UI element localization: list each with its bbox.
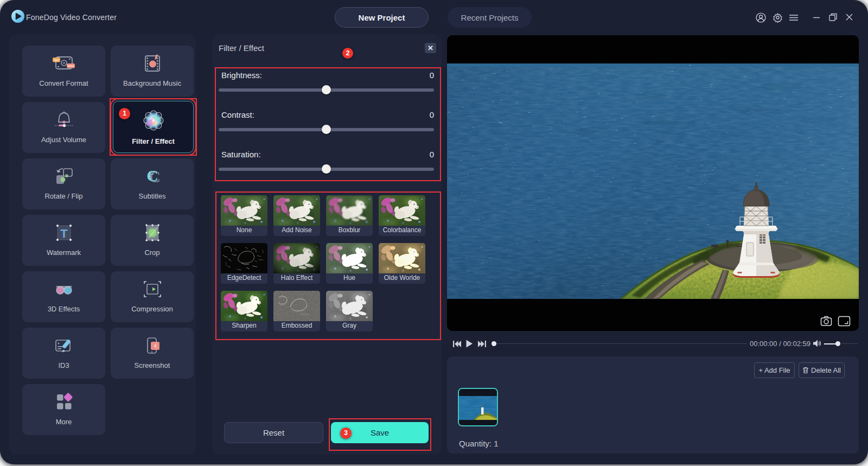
svg-text:AVI: AVI	[54, 59, 59, 62]
svg-text:C: C	[146, 167, 158, 184]
svg-text:T: T	[60, 227, 68, 240]
svg-text:MP4: MP4	[67, 65, 73, 68]
